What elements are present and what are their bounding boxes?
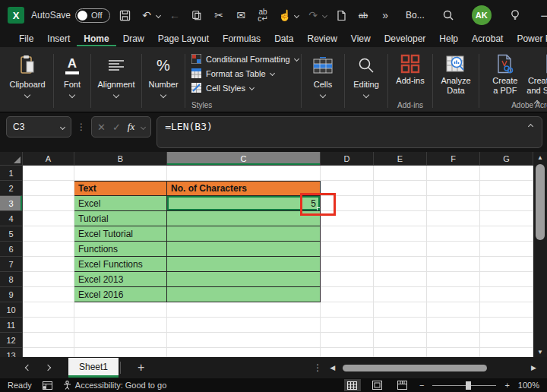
- cell-E3[interactable]: [374, 196, 427, 211]
- menu-help[interactable]: Help: [432, 32, 465, 46]
- cell-A8[interactable]: [23, 272, 74, 287]
- formula-input[interactable]: =LEN(B3): [157, 116, 542, 148]
- cell-F2[interactable]: [427, 181, 480, 196]
- page-break-view-button[interactable]: [394, 379, 411, 391]
- cell-B5[interactable]: Excel Tutorial: [74, 226, 167, 242]
- cell-G1[interactable]: [480, 166, 533, 181]
- add-sheet-button[interactable]: +: [131, 361, 150, 375]
- group-clipboard[interactable]: Clipboard: [3, 50, 52, 112]
- cell-E6[interactable]: [374, 242, 427, 257]
- cell-D6[interactable]: [321, 242, 374, 257]
- cell-C7[interactable]: [167, 257, 321, 272]
- enter-button[interactable]: ✓: [112, 122, 121, 133]
- page-layout-view-button[interactable]: [369, 379, 386, 391]
- zoom-slider[interactable]: [432, 385, 496, 386]
- cell-E1[interactable]: [374, 166, 427, 181]
- cell-C4[interactable]: [167, 211, 321, 226]
- analyze-data-button[interactable]: AnalyzeData: [438, 52, 473, 96]
- next-sheet-icon[interactable]: [45, 365, 51, 371]
- cell-G2[interactable]: [480, 181, 533, 196]
- horizontal-scrollbar[interactable]: [343, 363, 523, 372]
- strike-ab-icon[interactable]: ab: [356, 7, 371, 24]
- cell-E8[interactable]: [374, 272, 427, 287]
- cell-G12[interactable]: [480, 333, 533, 348]
- cell-C13[interactable]: [167, 348, 321, 357]
- cell-C9[interactable]: [167, 287, 321, 302]
- cancel-button[interactable]: ✕: [97, 122, 106, 133]
- zoom-out-button[interactable]: −: [419, 381, 424, 390]
- scroll-left-icon[interactable]: ◀: [330, 364, 335, 371]
- cell-E4[interactable]: [374, 211, 427, 226]
- cell-G3[interactable]: [480, 196, 533, 211]
- row-header-8[interactable]: 8: [0, 272, 23, 287]
- cell-F10[interactable]: [427, 302, 480, 318]
- cell-C11[interactable]: [167, 318, 321, 333]
- cell-G5[interactable]: [480, 226, 533, 242]
- cell-B10[interactable]: [74, 302, 167, 318]
- expand-formula-bar-icon[interactable]: [528, 124, 533, 129]
- cut-icon[interactable]: ✂: [211, 7, 226, 24]
- column-header-A[interactable]: A: [23, 152, 74, 166]
- cell-A13[interactable]: [23, 348, 74, 357]
- cell-B4[interactable]: Tutorial: [74, 211, 167, 226]
- row-header-12[interactable]: 12: [0, 333, 23, 348]
- search-icon[interactable]: [432, 0, 465, 30]
- cell-C8[interactable]: [167, 272, 321, 287]
- tab-options-dots-icon[interactable]: ⋮: [313, 362, 322, 373]
- format-as-table-button[interactable]: Format as Table: [191, 66, 274, 81]
- cell-F3[interactable]: [427, 196, 480, 211]
- cell-F11[interactable]: [427, 318, 480, 333]
- cell-B2[interactable]: Text: [74, 181, 167, 196]
- cell-A3[interactable]: [23, 196, 74, 211]
- column-header-D[interactable]: D: [321, 152, 374, 166]
- cell-B3[interactable]: Excel: [74, 196, 167, 211]
- cell-B6[interactable]: Functions: [74, 242, 167, 257]
- cell-A12[interactable]: [23, 333, 74, 348]
- back-icon[interactable]: ←: [167, 7, 182, 24]
- cell-A1[interactable]: [23, 166, 74, 181]
- cell-B7[interactable]: Excel Functions: [74, 257, 167, 272]
- vertical-scroll-thumb[interactable]: [536, 164, 545, 240]
- cell-E2[interactable]: [374, 181, 427, 196]
- drag-dots-icon[interactable]: ⋮: [77, 116, 86, 138]
- cell-E5[interactable]: [374, 226, 427, 242]
- horizontal-scroll-thumb[interactable]: [343, 365, 487, 371]
- menu-home[interactable]: Home: [77, 32, 115, 46]
- vertical-scrollbar[interactable]: ▲ ▼: [533, 152, 547, 357]
- account-avatar[interactable]: AK: [465, 0, 498, 30]
- cell-C2[interactable]: No. of Characters: [167, 181, 321, 196]
- name-box[interactable]: C3: [6, 116, 71, 138]
- cell-F6[interactable]: [427, 242, 480, 257]
- cell-D8[interactable]: [321, 272, 374, 287]
- scroll-right-icon[interactable]: ▶: [531, 364, 536, 371]
- row-header-10[interactable]: 10: [0, 302, 23, 318]
- cell-A4[interactable]: [23, 211, 74, 226]
- cell-A6[interactable]: [23, 242, 74, 257]
- cell-F4[interactable]: [427, 211, 480, 226]
- cell-E12[interactable]: [374, 333, 427, 348]
- column-header-F[interactable]: F: [427, 152, 480, 166]
- menu-formulas[interactable]: Formulas: [216, 32, 267, 46]
- cell-B9[interactable]: Excel 2016: [74, 287, 167, 302]
- group-font[interactable]: A Font: [55, 50, 89, 112]
- cell-A9[interactable]: [23, 287, 74, 302]
- autosave-toggle[interactable]: Off: [75, 8, 110, 23]
- row-header-11[interactable]: 11: [0, 318, 23, 333]
- cell-D13[interactable]: [321, 348, 374, 357]
- cell-B12[interactable]: [74, 333, 167, 348]
- menu-view[interactable]: View: [344, 32, 378, 46]
- cell-G10[interactable]: [480, 302, 533, 318]
- cell-G7[interactable]: [480, 257, 533, 272]
- row-header-9[interactable]: 9: [0, 287, 23, 302]
- create-pdf-share-button[interactable]: Create a PDFand Share link: [523, 52, 547, 96]
- cell-G11[interactable]: [480, 318, 533, 333]
- find-replace-icon[interactable]: abc↵: [255, 7, 270, 24]
- cell-D10[interactable]: [321, 302, 374, 318]
- touch-mode-button[interactable]: ☝: [277, 7, 299, 24]
- cell-G9[interactable]: [480, 287, 533, 302]
- cell-C10[interactable]: [167, 302, 321, 318]
- column-header-B[interactable]: B: [74, 152, 167, 166]
- menu-acrobat[interactable]: Acrobat: [465, 32, 510, 46]
- undo-button[interactable]: ↶: [139, 7, 160, 24]
- cell-A2[interactable]: [23, 181, 74, 196]
